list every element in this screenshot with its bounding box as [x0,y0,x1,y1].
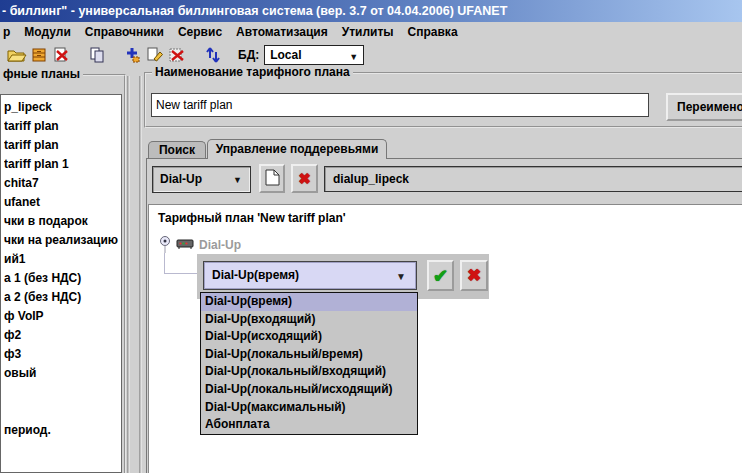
menu-item-modules[interactable]: Модули [24,25,70,39]
menubar: р Модули Справочники Сервис Автоматизаци… [0,22,742,41]
new-document-icon [265,169,280,189]
list-item[interactable]: ufanet [4,193,121,212]
node-kind-value: Dial-Up(время) [212,268,299,282]
list-item[interactable]: tariff plan 1 [4,155,121,174]
node-kind-combobox[interactable]: Dial-Up(время) ▼ [203,261,417,290]
delete-document-icon[interactable] [50,44,72,66]
card-file-icon[interactable] [28,44,50,66]
dropdown-option[interactable]: Dial-Up(время) [201,293,417,311]
tab-subtree-management[interactable]: Управление поддеревьями [207,139,387,159]
cancel-x-icon: ✖ [467,265,481,286]
db-label: БД: [238,48,259,62]
modem-icon [176,237,195,253]
list-item[interactable]: ф2 [4,326,121,345]
chevron-down-icon: ▼ [233,168,242,193]
tariff-plan-list[interactable]: p_lipeck tariff plan tariff plan tariff … [0,94,122,473]
subtree-type-value: Dial-Up [160,172,202,186]
list-item[interactable]: chita7 [4,174,121,193]
list-item[interactable]: овый [4,364,121,383]
edit-icon[interactable] [144,44,166,66]
tree-node-dialup[interactable]: Dial-Up [199,238,241,252]
db-combobox-value: Local [270,48,301,62]
menu-item-help[interactable]: Справка [408,25,458,39]
delete-icon: ✖ [298,170,311,188]
node-kind-dropdown: Dial-Up(время) Dial-Up(входящий) Dial-Up… [200,292,418,435]
cancel-button[interactable]: ✖ [460,260,488,291]
new-subtree-button[interactable] [259,164,285,193]
list-item[interactable]: p_lipeck [4,98,121,117]
tree-connector-line [164,253,165,274]
dropdown-option[interactable]: Dial-Up(исходящий) [201,328,417,346]
list-item[interactable]: tariff plan [4,136,121,155]
list-item[interactable]: период. [4,421,121,440]
add-icon[interactable] [122,44,144,66]
dropdown-option[interactable]: Dial-Up(локальный/входящий) [201,363,417,381]
list-item[interactable] [4,402,121,421]
list-item[interactable] [4,383,121,402]
dropdown-option[interactable]: Dial-Up(локальный/исходящий) [201,381,417,399]
toolbar: БД: Local ▼ [0,41,742,69]
tab-search[interactable]: Поиск [148,141,206,158]
list-item[interactable]: ф3 [4,345,121,364]
open-folder-icon[interactable] [6,44,28,66]
confirm-button[interactable]: ✔ [427,260,454,291]
subtree-type-combobox[interactable]: Dial-Up ▼ [152,166,251,193]
list-item[interactable]: чки в подарок [4,212,121,231]
splitter-groove [139,76,142,473]
menu-item-utilities[interactable]: Утилиты [342,25,394,39]
list-item[interactable]: а 1 (без НДС) [4,269,121,288]
window-title: - биллинг" - универсальная биллинговая с… [2,4,507,18]
dropdown-option[interactable]: Абонплата [201,416,417,434]
dropdown-option[interactable]: Dial-Up(локальный/время) [201,346,417,364]
tariff-name-group-title: Наименование тарифного плана [152,65,353,79]
db-combobox[interactable]: Local ▼ [264,45,364,65]
list-item[interactable]: а 2 (без НДС) [4,288,121,307]
delete-subtree-button[interactable]: ✖ [291,164,318,193]
dropdown-option[interactable]: Dial-Up(максимальный) [201,399,417,417]
list-item[interactable]: ий1 [4,250,121,269]
subtree-name-field[interactable]: dialup_lipeck [324,166,742,192]
copy-icon[interactable] [86,44,108,66]
menu-item-directories[interactable]: Справочники [85,25,164,39]
tree-expand-handle-icon[interactable] [158,234,172,257]
confirm-check-icon: ✔ [433,265,448,287]
menu-item-automation[interactable]: Автоматизация [236,25,328,39]
menu-item-service[interactable]: Сервис [178,25,222,39]
tariff-plans-group-title: фные планы [0,67,83,81]
list-item[interactable]: чки на реализацию [4,231,121,250]
chevron-down-icon: ▼ [396,263,406,290]
tariff-tree-header: Тарифный план 'New tariff plan' [158,211,346,225]
splitter[interactable] [127,76,130,473]
tariff-name-input[interactable] [151,93,649,117]
chevron-down-icon: ▼ [349,48,358,66]
dropdown-option[interactable]: Dial-Up(входящий) [201,311,417,329]
remove-icon[interactable] [166,44,188,66]
tree-connector-line [164,273,197,274]
list-item[interactable]: ф VoIP [4,307,121,326]
menu-item-cut[interactable]: р [3,25,10,39]
list-item[interactable]: tariff plan [4,117,121,136]
rename-button[interactable]: Переимено [666,93,742,121]
window-titlebar: - биллинг" - универсальная биллинговая с… [0,0,742,22]
refresh-icon[interactable] [202,44,224,66]
